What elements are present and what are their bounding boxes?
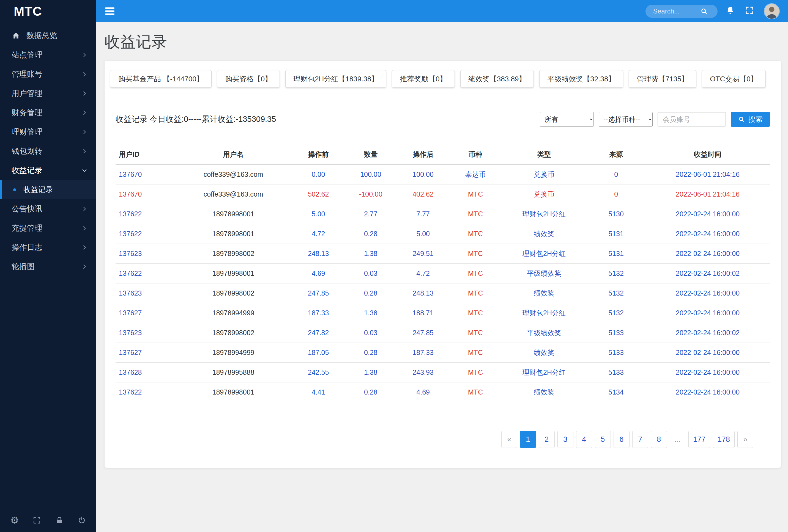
cell-time: 2022-02-24 16:00:00 xyxy=(646,204,770,224)
account-input[interactable] xyxy=(657,112,726,126)
search-icon[interactable] xyxy=(699,6,709,17)
search-button[interactable]: 搜索 xyxy=(731,112,770,127)
sidebar-item-0[interactable]: 数据总览 xyxy=(0,26,96,45)
brand-logo: MTC xyxy=(0,0,96,22)
chevron-right-icon xyxy=(81,90,87,97)
cell-amount: 100.00 xyxy=(344,165,397,184)
page-178[interactable]: 178 xyxy=(713,431,735,448)
cell-before: 247.82 xyxy=(292,323,344,343)
stat-button-5[interactable]: 平级绩效奖【32.38】 xyxy=(539,70,623,88)
fullscreen-icon[interactable] xyxy=(32,515,42,526)
bell-icon[interactable] xyxy=(725,5,737,17)
page-5[interactable]: 5 xyxy=(595,431,611,448)
cell-after: 249.51 xyxy=(397,244,449,264)
sidebar-item-label: 财务管理 xyxy=(12,107,81,118)
menu-toggle-button[interactable] xyxy=(102,4,117,19)
cell-name: 18978994999 xyxy=(174,303,292,323)
pagination: «12345678...177178» xyxy=(104,431,753,448)
chevron-right-icon xyxy=(81,110,87,116)
sidebar-item-4[interactable]: 财务管理 xyxy=(0,103,96,122)
sidebar-item-5[interactable]: 理财管理 xyxy=(0,122,96,142)
type-select[interactable]: 所有 xyxy=(540,112,594,127)
stat-button-3[interactable]: 推荐奖励【0】 xyxy=(392,70,455,88)
stat-button-0[interactable]: 购买基金产品 【-144700】 xyxy=(110,70,212,88)
page-4[interactable]: 4 xyxy=(576,431,592,448)
page-prev[interactable]: « xyxy=(501,431,517,448)
lock-icon[interactable] xyxy=(54,515,65,526)
topbar-search xyxy=(646,5,717,18)
table-row: 13762818978995888242.551.38243.93MTC理财包2… xyxy=(116,363,770,383)
gear-icon[interactable]: ⚙ xyxy=(9,515,20,526)
cell-time: 2022-06-01 21:04:16 xyxy=(646,184,770,204)
cell-amount: -100.00 xyxy=(344,184,397,204)
sidebar-item-9[interactable]: 充提管理 xyxy=(0,219,96,238)
cell-after: 5.00 xyxy=(397,224,449,244)
page-1[interactable]: 1 xyxy=(520,431,536,448)
stat-button-7[interactable]: OTC交易【0】 xyxy=(702,70,765,88)
cell-time: 2022-02-24 16:00:02 xyxy=(646,323,770,343)
cell-after: 243.93 xyxy=(397,363,449,383)
stat-button-2[interactable]: 理财包2H分红【1839.38】 xyxy=(285,70,386,88)
sidebar-item-10[interactable]: 操作日志 xyxy=(0,238,96,257)
cell-source: 5132 xyxy=(587,284,646,303)
app-root: MTC 数据总览站点管理管理账号用户管理财务管理理财管理钱包划转收益记录收益记录… xyxy=(0,0,788,532)
cell-name: 18978998002 xyxy=(174,244,292,264)
cell-source: 5131 xyxy=(587,244,646,264)
chevron-right-icon xyxy=(81,244,87,250)
sidebar-item-label: 钱包划转 xyxy=(12,146,81,157)
sidebar-item-8[interactable]: 公告快讯 xyxy=(0,199,96,219)
page-6[interactable]: 6 xyxy=(614,431,630,448)
stat-button-1[interactable]: 购买资格【0】 xyxy=(217,70,280,88)
page-ellipsis: ... xyxy=(670,431,686,448)
coin-select[interactable]: --选择币种-- xyxy=(599,112,653,127)
sidebar-item-6[interactable]: 钱包划转 xyxy=(0,142,96,161)
cell-time: 2022-02-24 16:00:00 xyxy=(646,244,770,264)
column-header-amount: 数量 xyxy=(344,144,397,165)
cell-time: 2022-06-01 21:04:16 xyxy=(646,165,770,184)
page-7[interactable]: 7 xyxy=(632,431,648,448)
page-177[interactable]: 177 xyxy=(688,431,710,448)
chevron-right-icon xyxy=(81,206,87,212)
cell-type: 平级绩效奖 xyxy=(501,323,587,343)
cell-name: 18978998002 xyxy=(174,323,292,343)
sidebar-footer: ⚙ xyxy=(0,508,96,532)
table-row: 137622189789980014.410.284.69MTC绩效奖51342… xyxy=(116,383,770,402)
sidebar-item-2[interactable]: 管理账号 xyxy=(0,65,96,84)
sidebar-item-label: 轮播图 xyxy=(12,262,81,272)
cell-before: 4.72 xyxy=(292,224,344,244)
stat-button-6[interactable]: 管理费【7135】 xyxy=(629,70,696,88)
cell-id: 137623 xyxy=(116,323,174,343)
user-avatar[interactable] xyxy=(764,3,780,19)
sidebar-item-1[interactable]: 站点管理 xyxy=(0,45,96,65)
cell-coin: MTC xyxy=(449,184,501,204)
fullscreen-icon[interactable] xyxy=(745,5,756,17)
page-8[interactable]: 8 xyxy=(651,431,667,448)
table-row: 137622189789980014.720.285.00MTC绩效奖51312… xyxy=(116,224,770,244)
sidebar-subitem-label: 收益记录 xyxy=(23,185,53,195)
sidebar-item-3[interactable]: 用户管理 xyxy=(0,84,96,103)
cell-source: 5130 xyxy=(587,204,646,224)
table-row: 13762718978994999187.331.38188.71MTC理财包2… xyxy=(116,303,770,323)
cell-name: 18978995888 xyxy=(174,363,292,383)
power-icon[interactable] xyxy=(77,515,87,526)
filters: 所有 --选择币种-- 搜索 xyxy=(540,112,770,127)
cell-amount: 0.28 xyxy=(344,383,397,402)
search-input[interactable] xyxy=(653,7,699,15)
cell-id: 137627 xyxy=(116,343,174,363)
cell-type: 理财包2H分红 xyxy=(501,244,587,264)
cell-source: 5133 xyxy=(587,363,646,383)
cell-time: 2022-02-24 16:00:00 xyxy=(646,383,770,402)
sidebar-item-11[interactable]: 轮播图 xyxy=(0,257,96,276)
page-3[interactable]: 3 xyxy=(557,431,573,448)
chevron-right-icon xyxy=(81,264,87,270)
column-header-coin: 币种 xyxy=(449,144,501,165)
column-header-before: 操作前 xyxy=(292,144,344,165)
sidebar-subitem-0[interactable]: 收益记录 xyxy=(0,180,96,199)
stat-button-4[interactable]: 绩效奖【383.89】 xyxy=(460,70,534,88)
cell-before: 247.85 xyxy=(292,284,344,303)
sidebar-item-label: 公告快讯 xyxy=(12,204,81,214)
page-2[interactable]: 2 xyxy=(539,431,555,448)
cell-name: 18978994999 xyxy=(174,343,292,363)
sidebar-item-7[interactable]: 收益记录 xyxy=(0,161,96,180)
page-next[interactable]: » xyxy=(737,431,753,448)
